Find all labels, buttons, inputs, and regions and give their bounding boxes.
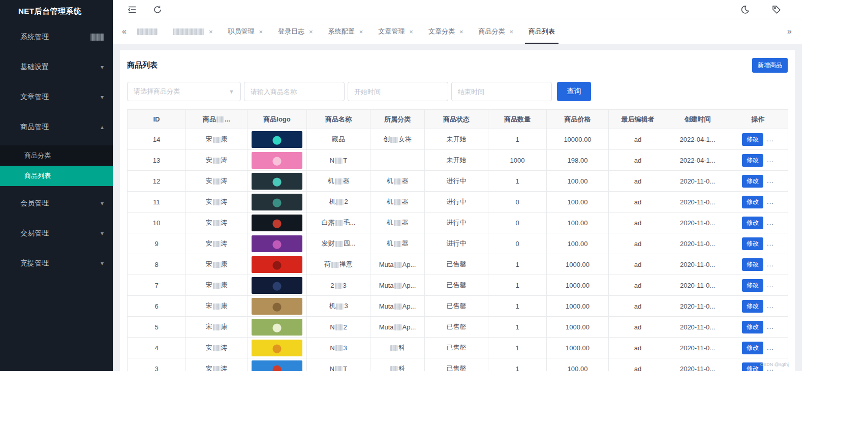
product-category: 机器 (370, 192, 425, 212)
tab[interactable]: × (165, 19, 221, 44)
last-editor: ad (609, 192, 667, 212)
product-logo-image (252, 319, 302, 336)
product-id: 9 (128, 233, 186, 254)
edit-button[interactable]: 修改 (742, 154, 763, 167)
theme-moon-icon[interactable] (740, 5, 750, 15)
close-icon[interactable]: × (459, 28, 463, 36)
sidebar-item[interactable]: 交易管理▾ (0, 221, 113, 246)
table-row: 5宋康N2MutaAp...已售罄11000.00ad2020-11-0...修… (128, 317, 788, 338)
tab[interactable]: 商品分类× (471, 19, 521, 44)
chevron-up-icon: ▴ (101, 124, 104, 131)
sidebar-item[interactable]: 系统管理 (0, 24, 113, 50)
more-actions[interactable]: ... (767, 344, 774, 351)
product-category: 创女将 (370, 129, 425, 150)
product-logo-cell (247, 192, 307, 212)
column-header: ID (128, 110, 186, 129)
created-time: 2020-11-0... (667, 317, 728, 338)
category-select[interactable]: 请选择商品分类 ▼ (127, 82, 241, 101)
product-category (370, 150, 425, 171)
tabs-scroll-right[interactable]: » (784, 27, 795, 36)
product-logo-image (252, 298, 302, 315)
more-actions[interactable]: ... (767, 219, 774, 226)
menu-fold-icon[interactable] (127, 5, 137, 15)
sidebar-item[interactable]: 基础设置▾ (0, 54, 113, 80)
censored-text (213, 324, 221, 330)
start-time-input[interactable] (348, 82, 448, 101)
product-price: 1000.00 (547, 338, 609, 358)
more-actions[interactable]: ... (767, 177, 774, 185)
more-actions[interactable]: ... (767, 239, 774, 247)
sidebar-item[interactable]: 会员管理▾ (0, 191, 113, 216)
last-editor: ad (609, 129, 667, 150)
edit-button[interactable]: 修改 (742, 237, 763, 250)
edit-button[interactable]: 修改 (742, 300, 763, 313)
edit-button[interactable]: 修改 (742, 342, 763, 354)
end-time-input[interactable] (451, 82, 552, 101)
tag-icon[interactable] (771, 5, 782, 15)
sidebar-subitem[interactable]: 商品分类 (0, 145, 113, 166)
product-logo-cell (247, 212, 307, 233)
tab[interactable]: 职员管理× (221, 19, 271, 44)
product-name: 机2 (307, 192, 370, 212)
product-creator: 安涛 (186, 338, 247, 358)
product-id: 10 (128, 212, 186, 233)
close-icon[interactable]: × (359, 28, 363, 36)
edit-button[interactable]: 修改 (742, 196, 763, 208)
tab-label: 系统配置 (328, 27, 355, 36)
tab[interactable]: 文章管理× (370, 19, 421, 44)
more-actions[interactable]: ... (767, 135, 774, 143)
tab[interactable]: 登录日志× (270, 19, 321, 44)
tab[interactable]: 文章分类× (421, 19, 471, 44)
main-area: « ×职员管理×登录日志×系统配置×文章管理×文章分类×商品分类×商品列表 » … (113, 0, 802, 371)
last-editor: ad (609, 317, 667, 338)
close-icon[interactable]: × (409, 28, 413, 36)
add-product-button[interactable]: 新增商品 (752, 58, 788, 73)
tabs-scroll-left[interactable]: « (119, 27, 130, 36)
edit-button[interactable]: 修改 (742, 175, 763, 188)
app-title: NET后台管理系统 (0, 0, 113, 22)
product-price: 100.00 (547, 358, 609, 372)
refresh-icon[interactable] (152, 5, 163, 15)
more-actions[interactable]: ... (767, 281, 774, 289)
sidebar-item[interactable]: 充提管理▾ (0, 251, 113, 276)
product-qty: 1 (488, 317, 547, 338)
edit-button[interactable]: 修改 (742, 217, 763, 229)
sidebar-item[interactable]: 文章管理▾ (0, 84, 113, 110)
censored-text (216, 116, 224, 123)
product-logo-cell (247, 338, 307, 358)
more-actions[interactable]: ... (767, 302, 774, 310)
close-icon[interactable]: × (209, 28, 213, 36)
product-logo-image (252, 173, 302, 190)
tab[interactable]: 商品列表 (521, 19, 563, 44)
product-price: 100.00 (547, 233, 609, 254)
edit-button[interactable]: 修改 (742, 133, 763, 146)
product-qty: 1 (488, 171, 547, 192)
more-actions[interactable]: ... (767, 198, 774, 205)
censored-tab-label (173, 28, 204, 35)
product-logo-image (252, 277, 302, 294)
sidebar-item[interactable]: 商品管理▴ (0, 114, 113, 140)
product-id: 3 (128, 358, 186, 372)
edit-button[interactable]: 修改 (742, 279, 763, 292)
search-button[interactable]: 查询 (557, 82, 591, 101)
created-time: 2020-11-0... (667, 254, 728, 275)
last-editor: ad (609, 275, 667, 296)
edit-button[interactable]: 修改 (742, 321, 763, 333)
tab[interactable] (130, 19, 165, 44)
product-logo-image (252, 194, 302, 210)
close-icon[interactable]: × (259, 28, 263, 36)
product-logo-cell (247, 296, 307, 317)
more-actions[interactable]: ... (767, 260, 774, 268)
created-time: 2020-11-0... (667, 358, 728, 372)
tab[interactable]: 系统配置× (321, 19, 371, 44)
close-icon[interactable]: × (509, 28, 513, 36)
censored-tab-label (137, 28, 158, 35)
edit-button[interactable]: 修改 (742, 258, 763, 271)
watermark: CSDN @sgthj (760, 362, 789, 367)
product-name-input[interactable] (244, 82, 345, 101)
more-actions[interactable]: ... (767, 156, 774, 164)
censored-text (213, 199, 221, 205)
sidebar-subitem[interactable]: 商品列表 (0, 166, 113, 186)
more-actions[interactable]: ... (767, 323, 774, 330)
close-icon[interactable]: × (309, 28, 313, 36)
